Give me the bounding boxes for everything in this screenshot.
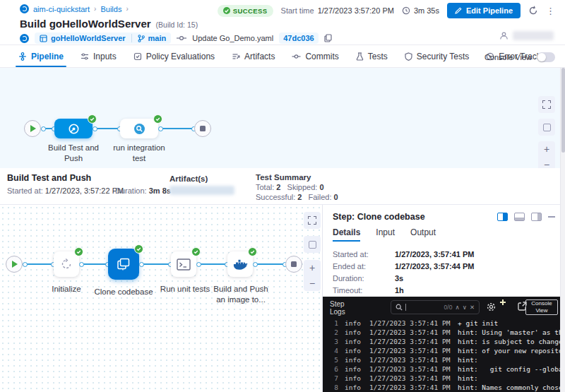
- stage-node-build-test-push[interactable]: [54, 119, 93, 138]
- tab-artifacts[interactable]: Artifacts: [223, 46, 283, 67]
- repository-icon: [40, 35, 47, 42]
- stop-icon: [200, 126, 206, 131]
- tab-commits[interactable]: Commits: [283, 46, 347, 67]
- tab-policy-evaluations[interactable]: Policy Evaluations: [125, 46, 223, 67]
- search-icon: [396, 304, 403, 311]
- log-lines[interactable]: 1info1/27/2023 3:57:41 PM+ git init 2inf…: [323, 319, 565, 392]
- breadcrumb-project[interactable]: aim-ci-quickstart: [33, 5, 90, 13]
- artifact-link-redacted[interactable]: [170, 186, 234, 195]
- status-badge-label: SUCCESS: [233, 7, 268, 15]
- tab-details[interactable]: Details: [333, 227, 360, 242]
- fit-to-screen-button[interactable]: [538, 96, 555, 113]
- commit-hash[interactable]: 47dc036: [279, 32, 318, 44]
- tab-label: Commits: [305, 52, 338, 61]
- more-options-icon[interactable]: ⋮: [546, 6, 555, 16]
- duration-value: 3m 8s: [149, 186, 171, 195]
- branch-name: main: [148, 34, 167, 42]
- total-label: Total:: [256, 183, 274, 191]
- minimize-icon[interactable]: [548, 216, 555, 218]
- scrollbar-thumb[interactable]: [561, 68, 565, 153]
- fit-to-screen-button[interactable]: [304, 212, 321, 229]
- stage-summary-bar: Build Test and Push Started at: 1/27/202…: [0, 168, 565, 205]
- sliders-icon: [81, 52, 89, 61]
- step-label[interactable]: Run unit tests: [154, 284, 216, 295]
- zoom-in-button[interactable]: +: [304, 260, 321, 275]
- stage-connector: [160, 128, 194, 129]
- page-scrollbar[interactable]: [560, 68, 565, 392]
- repo-branch-chip[interactable]: goHelloWorldServer main: [35, 32, 171, 44]
- tab-pipeline[interactable]: Pipeline: [10, 46, 72, 67]
- tab-input[interactable]: Input: [376, 227, 395, 242]
- zoom-in-button[interactable]: +: [538, 141, 555, 157]
- header-actions: SUCCESS Start time 1/27/2023 3:57:20 PM …: [218, 3, 555, 18]
- test-summary-row2: Successful: 2 Failed: 0: [256, 193, 338, 201]
- console-view-toggle[interactable]: [537, 52, 555, 62]
- page-header: aim-ci-quickstart › Builds › SUCCESS Sta…: [0, 0, 565, 45]
- tab-label: Policy Evaluations: [146, 52, 215, 61]
- execution-start-node: [6, 256, 23, 273]
- user-name-redacted: [513, 31, 554, 40]
- ci-module-icon: [20, 4, 29, 13]
- detail-timeout: Timeout: 1h: [333, 286, 404, 295]
- successful-label: Successful:: [256, 193, 295, 201]
- status-badge: SUCCESS: [218, 5, 273, 17]
- pipeline-icon: [18, 52, 27, 61]
- search-prev-icon[interactable]: ∧: [455, 304, 459, 311]
- tab-security-tests[interactable]: Security Tests: [396, 46, 477, 67]
- stage-label[interactable]: Build Test and Push: [42, 143, 105, 164]
- step-label[interactable]: Clone codebase: [94, 287, 153, 297]
- search-next-icon[interactable]: ∨: [463, 304, 467, 311]
- stage-success-badge: [153, 114, 162, 124]
- build-execution-page: aim-ci-quickstart › Builds › SUCCESS Sta…: [0, 0, 565, 392]
- elapsed-time: 3m 35s: [402, 6, 439, 15]
- breadcrumb-builds[interactable]: Builds: [100, 5, 121, 13]
- reset-view-button[interactable]: [304, 236, 321, 253]
- zoom-out-button[interactable]: −: [304, 275, 321, 291]
- stage-duration: Duration: 3m 8s: [115, 186, 171, 195]
- log-line: 4info1/27/2023 3:57:41 PMhint: of your n…: [323, 346, 565, 355]
- text-cursor: [405, 304, 406, 311]
- step-connector: [198, 263, 227, 265]
- total-value: 2: [276, 183, 280, 191]
- reset-view-button[interactable]: [538, 119, 555, 136]
- edit-pipeline-button[interactable]: Edit Pipeline: [447, 3, 521, 18]
- log-line: 3info1/27/2023 3:57:41 PMhint: is subjec…: [323, 337, 565, 346]
- elapsed-time-value: 3m 35s: [414, 6, 439, 15]
- stage-node-run-integration-test[interactable]: [120, 119, 158, 138]
- refresh-icon[interactable]: [528, 6, 538, 16]
- start-time-value: 1/27/2023 3:57:20 PM: [318, 6, 394, 15]
- integration-test-stage-icon: [133, 123, 145, 135]
- tab-label: Pipeline: [31, 52, 64, 61]
- step-node-build-push-image[interactable]: [227, 251, 253, 277]
- step-label[interactable]: Initialize: [38, 284, 95, 295]
- commit-message[interactable]: Update Go_Demo.yaml: [192, 34, 273, 42]
- started-label: Started at:: [7, 186, 43, 195]
- copy-icon[interactable]: [324, 34, 332, 42]
- step-logs-title: Step Logs: [330, 300, 358, 316]
- step-node-run-unit-tests[interactable]: [171, 251, 196, 277]
- stage-graph-canvas[interactable]: Build Test and Push run integration test…: [0, 68, 565, 168]
- tab-inputs[interactable]: Inputs: [72, 46, 125, 67]
- log-search-input[interactable]: 0/0 ∧ ∨ ✕: [391, 300, 480, 314]
- started-at-value: 1/27/2023, 3:57:41 PM: [395, 250, 475, 259]
- zoom-controls: + −: [304, 260, 321, 291]
- breadcrumb-separator: ›: [94, 5, 96, 13]
- log-line: 6info1/27/2023 3:57:41 PMhint: git confi…: [323, 364, 565, 374]
- right-layout-icon[interactable]: [531, 213, 542, 221]
- search-close-icon[interactable]: ✕: [470, 304, 475, 311]
- successful-value: 2: [297, 193, 302, 201]
- execution-graph-canvas[interactable]: Initialize Clone codebase Run unit tests…: [0, 205, 323, 392]
- split-right-layout-icon[interactable]: [497, 213, 508, 221]
- log-settings-gear-icon[interactable]: [486, 302, 496, 312]
- console-view-button[interactable]: Console View: [525, 299, 558, 315]
- tab-tests[interactable]: Tests: [347, 46, 396, 67]
- tab-output[interactable]: Output: [410, 227, 436, 242]
- step-label[interactable]: Build and Push an image to...: [210, 284, 271, 305]
- step-node-initialize[interactable]: [54, 251, 79, 277]
- step-node-clone-codebase[interactable]: [108, 249, 139, 280]
- tab-label: Security Tests: [417, 52, 469, 61]
- stage-label[interactable]: run integration test: [107, 143, 171, 164]
- initialize-icon: [60, 258, 73, 271]
- bottom-layout-icon[interactable]: [514, 213, 525, 221]
- detail-started-at: Started at: 1/27/2023, 3:57:41 PM: [333, 250, 475, 259]
